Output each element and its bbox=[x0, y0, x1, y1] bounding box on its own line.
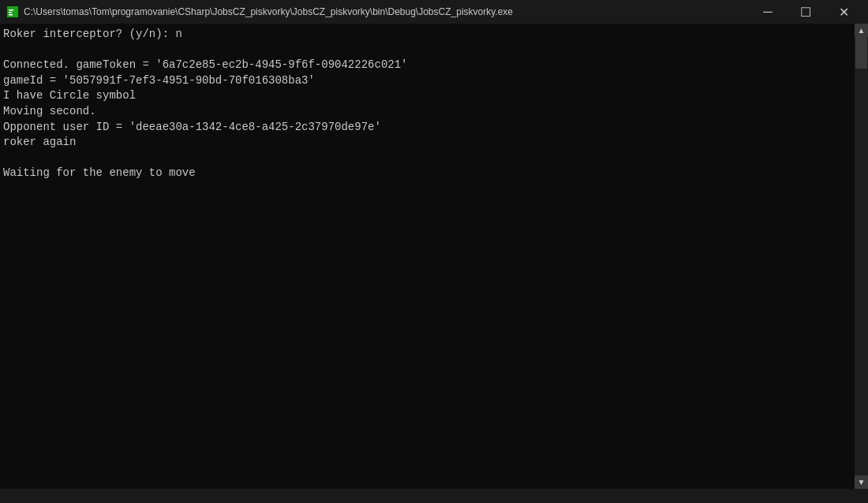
svg-rect-3 bbox=[9, 14, 13, 16]
console-line: Roker interceptor? (y/n): n bbox=[3, 27, 851, 43]
scroll-thumb[interactable] bbox=[855, 37, 867, 69]
close-button[interactable]: ✕ bbox=[825, 0, 862, 24]
scrollbar[interactable]: ▲ ▼ bbox=[855, 24, 868, 489]
console-line: gameId = '5057991f-7ef3-4951-90bd-70f016… bbox=[3, 73, 851, 89]
console-line: Opponent user ID = 'deeae30a-1342-4ce8-a… bbox=[3, 120, 851, 136]
console-area: Roker interceptor? (y/n): n Connected. g… bbox=[0, 24, 868, 489]
svg-rect-2 bbox=[9, 12, 12, 13]
title-bar: C:\Users\tomas\Tom\programovanie\CSharp\… bbox=[0, 0, 868, 24]
title-bar-text: C:\Users\tomas\Tom\programovanie\CSharp\… bbox=[24, 6, 513, 17]
console-line bbox=[3, 43, 851, 58]
scroll-up-button[interactable]: ▲ bbox=[855, 24, 868, 37]
console-line: Moving second. bbox=[3, 104, 851, 120]
bottom-bar bbox=[0, 489, 868, 503]
console-window: C:\Users\tomas\Tom\programovanie\CSharp\… bbox=[0, 0, 868, 503]
console-output[interactable]: Roker interceptor? (y/n): n Connected. g… bbox=[0, 24, 855, 489]
scroll-down-button[interactable]: ▼ bbox=[855, 475, 868, 489]
console-line: Waiting for the enemy to move bbox=[3, 166, 851, 181]
svg-rect-1 bbox=[9, 9, 13, 11]
restore-button[interactable]: ☐ bbox=[788, 0, 824, 24]
console-line: Connected. gameToken = '6a7c2e85-ec2b-49… bbox=[3, 58, 851, 73]
console-line: roker again bbox=[3, 135, 851, 151]
console-icon bbox=[6, 6, 19, 18]
console-line: I have Circle symbol bbox=[3, 88, 851, 104]
title-bar-controls: ─ ☐ ✕ bbox=[750, 0, 862, 24]
scroll-track bbox=[855, 37, 868, 475]
console-line bbox=[3, 151, 851, 166]
title-bar-left: C:\Users\tomas\Tom\programovanie\CSharp\… bbox=[6, 6, 513, 18]
minimize-button[interactable]: ─ bbox=[750, 0, 786, 24]
